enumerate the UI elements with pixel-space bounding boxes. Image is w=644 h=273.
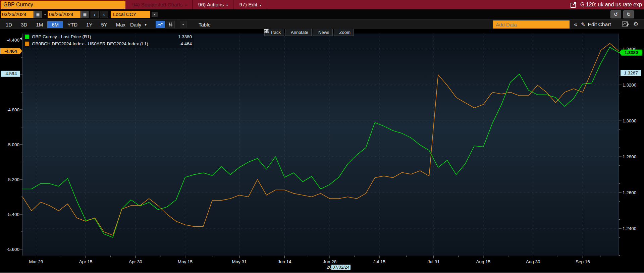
svg-text:Aug 30: Aug 30 — [526, 259, 540, 264]
edit-chart-label: Edit Chart — [588, 21, 611, 28]
line-chart-icon — [157, 22, 163, 26]
line-chart-type-button[interactable] — [156, 21, 165, 28]
chart-type-dropdown[interactable]: ▾ — [180, 21, 186, 28]
svg-text:Jul 15: Jul 15 — [373, 259, 385, 264]
svg-text:1.3267: 1.3267 — [624, 70, 638, 75]
chart-settings-icon[interactable] — [622, 21, 629, 29]
svg-text:-4.464: -4.464 — [5, 49, 17, 54]
svg-text:Mar 29: Mar 29 — [29, 259, 43, 264]
menu-actions[interactable]: 96) Actions ▾ — [192, 0, 233, 9]
frequency-label: Daily — [130, 22, 141, 28]
tracker-date: 20 07/02/24 — [327, 265, 351, 270]
menu-edit[interactable]: 97) Edit ▾ — [233, 0, 267, 9]
chart-tool-buttons: TrackAnnotateNewsZoom — [264, 29, 354, 36]
next-period-button[interactable]: › — [100, 11, 108, 18]
period-button-ytd[interactable]: YTD — [63, 21, 82, 28]
legend-swatch — [25, 42, 29, 46]
legend-row-0[interactable]: GBP Curncy - Last Price (R1)1.3380 — [25, 33, 192, 40]
tool-label: Zoom — [339, 30, 351, 35]
chart-legend: GBP Curncy - Last Price (R1)1.3380GB0BCH… — [23, 33, 194, 48]
bloomberg-chart-window: 94) Suggested Charts ▾ 96) Actions ▾ 97)… — [0, 0, 644, 273]
svg-text:-4.800: -4.800 — [7, 107, 19, 112]
svg-text:-4.400: -4.400 — [7, 38, 19, 43]
svg-text:1.3000: 1.3000 — [623, 118, 636, 123]
table-button[interactable]: Table — [195, 20, 214, 29]
svg-text:Jun 28: Jun 28 — [323, 259, 337, 264]
left-tracked-value: -4.594 — [1, 71, 20, 77]
calendar-icon[interactable]: ▦ — [81, 11, 89, 18]
menu-suggested-charts[interactable]: 94) Suggested Charts ▾ — [127, 0, 192, 9]
legend-label: GBP Curncy - Last Price (R1) — [32, 34, 91, 39]
svg-text:1.2400: 1.2400 — [623, 226, 636, 231]
legend-value: -4.464 — [179, 41, 192, 46]
legend-swatch — [25, 35, 29, 39]
chevron-down-icon: ▾ — [185, 3, 187, 7]
svg-text:Apr 15: Apr 15 — [79, 259, 93, 264]
svg-text:May 31: May 31 — [232, 259, 247, 264]
menu-divider — [267, 0, 278, 9]
menu-bar: 94) Suggested Charts ▾ 96) Actions ▾ 97)… — [127, 0, 278, 9]
period-button-1y[interactable]: 1Y — [82, 21, 97, 28]
export-icon[interactable] — [571, 2, 577, 8]
chevron-down-icon[interactable]: ▾ — [152, 12, 158, 17]
svg-text:1.3380: 1.3380 — [625, 50, 638, 55]
candlestick-icon — [168, 22, 173, 27]
frequency-select[interactable]: Daily ▼ — [130, 20, 147, 29]
period-button-5y[interactable]: 5Y — [97, 21, 111, 28]
period-button-3d[interactable]: 3D — [16, 21, 32, 28]
legend-row-1[interactable]: GB0BCH DEC2024 Index - US0AFR DEC2024 In… — [25, 40, 192, 47]
ticker-input[interactable] — [1, 1, 125, 9]
redo-button[interactable]: ↻ — [623, 10, 634, 18]
svg-text:-5.600: -5.600 — [7, 247, 19, 252]
gear-icon[interactable]: ⚙ — [633, 20, 638, 28]
svg-text:1.2800: 1.2800 — [623, 154, 636, 159]
date-range-bar: ▦ - ▦ ‹ › Local CCY ▾ ↺ ↻ — [0, 9, 644, 19]
tool-button-news[interactable]: News — [313, 29, 333, 36]
chevron-down-icon: ▾ — [226, 3, 228, 7]
left-last-price-badge: -4.464 — [0, 48, 22, 54]
svg-text:-5.200: -5.200 — [7, 177, 19, 182]
svg-text:1.2600: 1.2600 — [623, 190, 636, 195]
svg-text:Jul 31: Jul 31 — [428, 259, 440, 264]
prev-period-button[interactable]: ‹ — [91, 11, 99, 18]
chart-toolbar: 1D3D1M6MYTD1Y5YMax Daily ▼ ▾ Table « ✎ E… — [0, 19, 644, 29]
svg-text:Apr 30: Apr 30 — [129, 259, 142, 264]
x-axis-labels: Mar 29Apr 15Apr 30May 15May 31Jun 14Jun … — [29, 259, 590, 264]
svg-text:1.3200: 1.3200 — [623, 83, 636, 88]
tool-label: Track — [270, 30, 281, 35]
svg-text:-4.594: -4.594 — [4, 71, 17, 76]
svg-text:Jun 14: Jun 14 — [278, 259, 291, 264]
end-date-input[interactable] — [48, 11, 80, 18]
legend-label: GB0BCH DEC2024 Index - US0AFR DEC2024 In… — [32, 41, 148, 46]
period-button-1m[interactable]: 1M — [32, 21, 47, 28]
plot-background — [22, 34, 619, 256]
period-button-1d[interactable]: 1D — [1, 21, 16, 28]
currency-select[interactable]: Local CCY — [111, 11, 150, 18]
edit-chart-button[interactable]: ✎ Edit Chart — [581, 20, 611, 29]
add-data-input[interactable] — [493, 20, 570, 29]
svg-text:Aug 15: Aug 15 — [476, 259, 491, 264]
period-button-6m[interactable]: 6M — [47, 21, 63, 28]
chevron-down-icon: ▼ — [144, 23, 147, 26]
tool-button-zoom[interactable]: Zoom — [334, 29, 354, 36]
menu-edit-label: 97) Edit — [239, 2, 257, 8]
period-buttons: 1D3D1M6MYTD1Y5YMax — [1, 20, 130, 29]
start-date-input[interactable] — [1, 11, 34, 18]
window-id: G 120: uk and us rate exp — [571, 0, 642, 9]
window-title: G 120: uk and us rate exp — [580, 2, 642, 8]
date-separator: - — [44, 12, 46, 17]
candlestick-type-button[interactable] — [166, 21, 175, 28]
collapse-panel-button[interactable]: « — [571, 20, 580, 29]
svg-text:-5.400: -5.400 — [7, 212, 19, 217]
axis-pan-arrow[interactable] — [20, 37, 22, 40]
tool-button-annotate[interactable]: Annotate — [285, 29, 312, 36]
tool-label: Annotate — [291, 30, 308, 35]
calendar-icon[interactable]: ▦ — [34, 11, 42, 18]
period-button-max[interactable]: Max — [112, 21, 130, 28]
undo-button[interactable]: ↺ — [610, 10, 621, 18]
chart-canvas[interactable]: -4.400-4.600-4.800-5.000-5.200-5.400-5.6… — [0, 29, 644, 273]
legend-value: 1.3380 — [178, 34, 192, 39]
svg-text:-5.000: -5.000 — [7, 142, 19, 147]
right-last-price-badge: 1.3380 — [619, 50, 642, 56]
tracker-date-highlight: 07/02/24 — [331, 265, 351, 270]
